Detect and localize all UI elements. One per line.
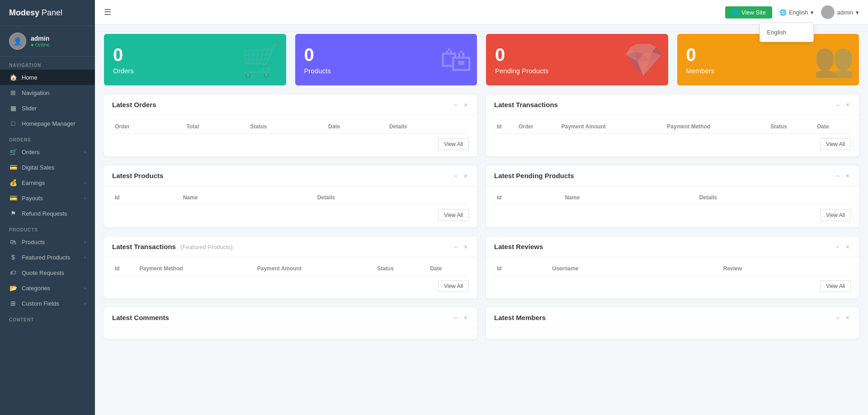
latest-pending-close[interactable]: × xyxy=(844,172,851,179)
latest-pending-view-all[interactable]: View All xyxy=(820,209,851,221)
latest-reviews-view-all[interactable]: View All xyxy=(820,280,851,292)
sidebar-item-custom-fields[interactable]: ⊞ Custom Fields › xyxy=(0,296,95,311)
latest-members-close[interactable]: × xyxy=(844,314,851,321)
products-count: 0 xyxy=(304,45,331,65)
latest-products-minimize[interactable]: − xyxy=(453,172,459,179)
latest-transactions-view-all[interactable]: View All xyxy=(820,138,851,150)
latest-orders-table: Order Total Status Date Details xyxy=(112,120,469,134)
featured-products-icon: $ xyxy=(9,254,17,261)
latest-pending-minimize[interactable]: − xyxy=(835,172,841,179)
panel-latest-reviews: Latest Reviews − × Id Username Review xyxy=(486,236,859,298)
quote-icon: 🏷 xyxy=(9,269,17,276)
content-area: 0 Orders 🛒 0 Products 🛍 0 Pending Produc… xyxy=(95,25,868,415)
latest-comments-minimize[interactable]: − xyxy=(453,314,459,321)
brand: Modesy Panel xyxy=(0,0,95,26)
latest-reviews-minimize[interactable]: − xyxy=(835,243,841,250)
col-date: Date xyxy=(326,120,387,134)
sidebar-item-orders[interactable]: 🛒 Orders › xyxy=(0,144,95,160)
col-review: Review xyxy=(721,262,851,276)
lang-option-english[interactable]: English xyxy=(760,26,813,39)
latest-reviews-close[interactable]: × xyxy=(844,243,851,250)
sidebar-item-navigation[interactable]: ⊞ Navigation xyxy=(0,85,95,100)
panel-latest-products: Latest Products − × Id Name Details xyxy=(104,165,477,227)
sidebar-item-refund-requests[interactable]: ⚑ Refund Requests xyxy=(0,206,95,221)
custom-fields-arrow-icon: › xyxy=(84,301,86,306)
col-name: Name xyxy=(180,191,315,205)
sidebar-item-homepage-manager[interactable]: □ Homepage Manager xyxy=(0,116,95,131)
col-status: Status xyxy=(374,262,427,276)
brand-name: Modesy xyxy=(9,8,39,17)
sidebar-item-quote-label: Quote Requests xyxy=(22,269,64,276)
panel-latest-pending-products: Latest Pending Products − × Id Name Deta… xyxy=(486,165,859,227)
sidebar-item-digital-sales[interactable]: 💳 Digital Sales xyxy=(0,160,95,175)
language-menu: English xyxy=(760,23,814,42)
col-id: Id xyxy=(494,191,562,205)
latest-products-view-all[interactable]: View All xyxy=(438,209,469,221)
sidebar-item-products[interactable]: 🛍 Products › xyxy=(0,234,95,250)
latest-transactions-minimize[interactable]: − xyxy=(835,101,841,108)
latest-orders-view-all[interactable]: View All xyxy=(438,138,469,150)
sidebar-item-quote-requests[interactable]: 🏷 Quote Requests xyxy=(0,265,95,280)
col-details: Details xyxy=(315,191,469,205)
col-id: Id xyxy=(112,191,180,205)
lang-chevron-icon: ▾ xyxy=(811,9,814,16)
language-dropdown[interactable]: 🌐 English ▾ English xyxy=(779,9,814,16)
panel-latest-comments: Latest Comments − × xyxy=(104,307,477,339)
latest-transactions-featured-minimize[interactable]: − xyxy=(453,243,459,250)
latest-transactions-featured-view-all[interactable]: View All xyxy=(438,280,469,292)
admin-chevron-icon: ▾ xyxy=(856,9,859,16)
sidebar-item-home[interactable]: 🏠 Home xyxy=(0,70,95,85)
admin-avatar xyxy=(821,5,835,19)
col-order: Order xyxy=(112,120,184,134)
sidebar-item-products-label: Products xyxy=(22,239,45,245)
hamburger-button[interactable]: ☰ xyxy=(104,7,111,17)
avatar: 👤 xyxy=(9,33,26,50)
admin-dropdown[interactable]: admin ▾ xyxy=(821,5,859,19)
col-payment-method: Payment Method xyxy=(664,120,768,134)
products-card-icon: 🛍 xyxy=(440,41,472,78)
panel-latest-transactions: Latest Transactions − × Id Order Payment… xyxy=(486,94,859,156)
panel-latest-orders: Latest Orders − × Order Total Status Dat… xyxy=(104,94,477,156)
pending-label: Pending Products xyxy=(495,67,548,75)
panels-grid: Latest Orders − × Order Total Status Dat… xyxy=(104,94,859,339)
sidebar-item-earnings-label: Earnings xyxy=(22,179,45,186)
latest-orders-minimize[interactable]: − xyxy=(453,101,459,108)
sidebar-user: 👤 admin Online xyxy=(0,26,95,57)
sidebar-item-slider-label: Slider xyxy=(22,105,37,112)
latest-transactions-close[interactable]: × xyxy=(844,101,851,108)
latest-transactions-featured-close[interactable]: × xyxy=(462,243,469,250)
orders-label: Orders xyxy=(113,67,134,75)
col-payment-method: Payment Method xyxy=(137,262,255,276)
stat-card-pending: 0 Pending Products 💎 xyxy=(486,34,668,85)
featured-products-arrow-icon: › xyxy=(84,255,86,260)
products-label: Products xyxy=(304,67,331,75)
username: admin xyxy=(31,35,50,42)
sidebar-item-featured-products[interactable]: $ Featured Products › xyxy=(0,250,95,265)
col-details: Details xyxy=(697,191,851,205)
sidebar-item-earnings[interactable]: 💰 Earnings › xyxy=(0,175,95,190)
latest-comments-close[interactable]: × xyxy=(462,314,469,321)
sidebar-item-digital-sales-label: Digital Sales xyxy=(22,164,54,171)
sidebar-item-orders-label: Orders xyxy=(22,149,40,156)
latest-transactions-table: Id Order Payment Amount Payment Method S… xyxy=(494,120,851,134)
view-site-button[interactable]: 🌐 View Site xyxy=(725,6,772,19)
earnings-arrow-icon: › xyxy=(84,180,86,185)
brand-panel: Panel xyxy=(39,8,62,17)
latest-products-close[interactable]: × xyxy=(462,172,469,179)
sidebar-item-payouts[interactable]: 💳 Payouts › xyxy=(0,190,95,206)
stat-card-orders: 0 Orders 🛒 xyxy=(104,34,286,85)
sidebar: Modesy Panel 👤 admin Online NAVIGATION 🏠… xyxy=(0,0,95,415)
admin-name: admin xyxy=(837,9,853,16)
featured-subtitle: (Featured Products) xyxy=(180,244,233,250)
sidebar-item-categories[interactable]: 📂 Categories › xyxy=(0,280,95,296)
latest-members-minimize[interactable]: − xyxy=(835,314,841,321)
latest-orders-close[interactable]: × xyxy=(462,101,469,108)
col-payment-amount: Payment Amount xyxy=(559,120,665,134)
products-section-label: PRODUCTS xyxy=(0,221,95,234)
sidebar-item-slider[interactable]: ▦ Slider xyxy=(0,100,95,116)
products-arrow-icon: › xyxy=(84,239,86,245)
latest-products-title: Latest Products xyxy=(112,172,163,179)
panel-latest-members: Latest Members − × xyxy=(486,307,859,339)
nav-section-label: NAVIGATION xyxy=(0,57,95,70)
user-info: admin Online xyxy=(31,35,50,47)
